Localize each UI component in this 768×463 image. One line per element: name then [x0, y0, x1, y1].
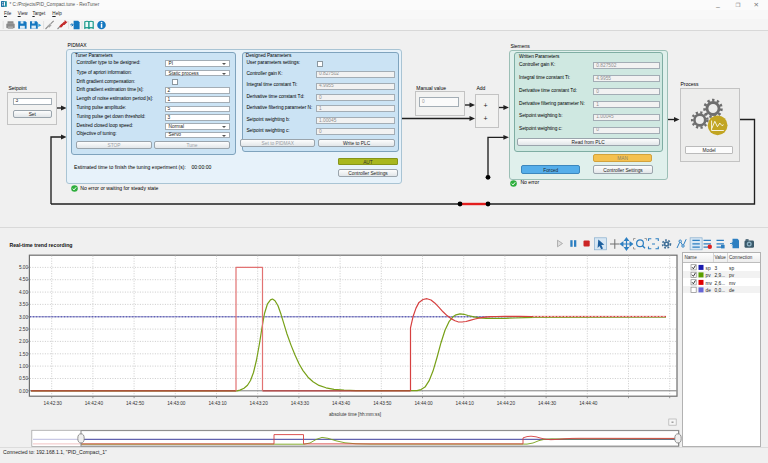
svg-text:sp: sp	[706, 265, 711, 270]
svg-text:1.00: 1.00	[19, 364, 29, 369]
svg-text:3.00: 3.00	[19, 315, 29, 320]
svg-text:2,9...: 2,9...	[715, 273, 726, 278]
svg-text:14:42:30: 14:42:30	[44, 401, 63, 406]
svg-text:14:42:50: 14:42:50	[126, 401, 145, 406]
svg-text:14:43:40: 14:43:40	[332, 401, 351, 406]
svg-text:3.50: 3.50	[19, 302, 29, 307]
svg-text:absolute time [hh:mm:ss]: absolute time [hh:mm:ss]	[329, 412, 381, 417]
svg-text:14:42:40: 14:42:40	[85, 401, 104, 406]
svg-text:0.50: 0.50	[19, 376, 29, 381]
svg-text:14:44:20: 14:44:20	[497, 401, 516, 406]
svg-text:4.00: 4.00	[19, 290, 29, 295]
svg-text:14:44:30: 14:44:30	[538, 401, 557, 406]
svg-text:2.50: 2.50	[19, 327, 29, 332]
svg-text:pv: pv	[706, 273, 712, 278]
svg-text:14:44:00: 14:44:00	[414, 401, 433, 406]
svg-text:14:43:00: 14:43:00	[167, 401, 186, 406]
svg-text:2,6...: 2,6...	[715, 280, 726, 285]
svg-text:de: de	[729, 288, 735, 293]
svg-text:14:44:10: 14:44:10	[456, 401, 475, 406]
svg-text:sp: sp	[729, 265, 734, 270]
svg-text:14:44:40: 14:44:40	[579, 401, 598, 406]
svg-text:0,0...: 0,0...	[715, 288, 726, 293]
svg-text:14:43:10: 14:43:10	[208, 401, 227, 406]
svg-text:mv: mv	[706, 280, 713, 285]
svg-text:14:43:30: 14:43:30	[291, 401, 310, 406]
svg-text:5.00: 5.00	[19, 265, 29, 270]
svg-text:14:43:20: 14:43:20	[250, 401, 269, 406]
svg-text:mv: mv	[729, 280, 736, 285]
svg-text:0.00: 0.00	[19, 389, 29, 394]
svg-text:de: de	[706, 288, 712, 293]
svg-text:pv: pv	[729, 273, 735, 278]
svg-text:4.50: 4.50	[19, 277, 29, 282]
svg-text:3: 3	[715, 265, 718, 270]
svg-text:1.50: 1.50	[19, 352, 29, 357]
svg-text:2.00: 2.00	[19, 339, 29, 344]
svg-text:14:43:50: 14:43:50	[373, 401, 392, 406]
